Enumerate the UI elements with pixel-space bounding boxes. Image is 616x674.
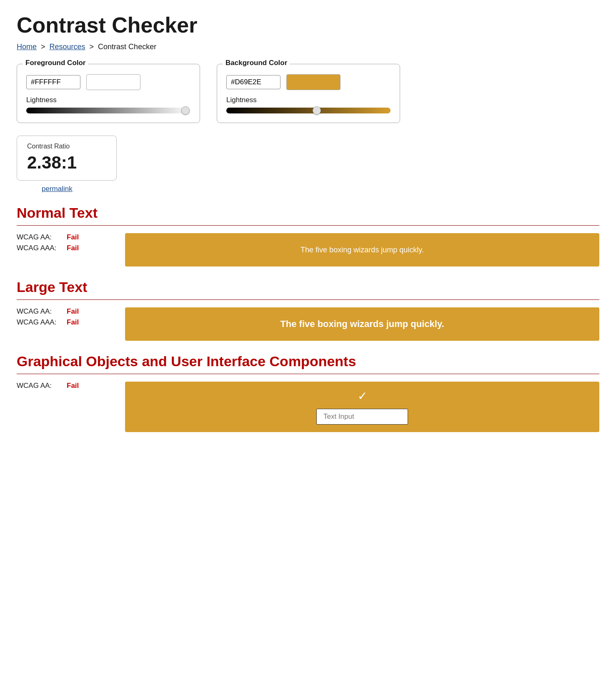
normal-wcag-aa-line: WCAG AA: Fail (17, 233, 125, 241)
contrast-ratio-label: Contrast Ratio (27, 143, 106, 150)
contrast-ratio-box: Contrast Ratio 2.38:1 (17, 136, 117, 181)
large-text-title: Large Text (17, 279, 599, 295)
graphical-divider (17, 374, 599, 374)
graphical-preview: ✓ (125, 382, 599, 432)
background-color-box: Background Color Lightness (217, 64, 400, 123)
normal-wcag-aaa-line: WCAG AAA: Fail (17, 244, 125, 252)
color-inputs-row: Foreground Color Lightness Background Co… (17, 64, 599, 123)
graphical-section: Graphical Objects and User Interface Com… (17, 353, 599, 432)
breadcrumb: Home > Resources > Contrast Checker (17, 43, 599, 51)
foreground-input-row (26, 74, 190, 90)
background-slider-thumb[interactable] (313, 106, 321, 115)
graphical-wcag-aa-line: WCAG AA: Fail (17, 382, 125, 390)
graphical-wcag-row: WCAG AA: Fail ✓ (17, 382, 599, 432)
large-text-wcag-labels: WCAG AA: Fail WCAG AAA: Fail (17, 307, 125, 329)
foreground-lightness-label: Lightness (26, 96, 190, 104)
page-title: Contrast Checker (17, 13, 599, 38)
breadcrumb-home[interactable]: Home (17, 43, 37, 51)
normal-wcag-aa-result: Fail (67, 233, 79, 241)
large-wcag-aaa-line: WCAG AAA: Fail (17, 318, 125, 327)
checkmark-icon: ✓ (358, 389, 367, 403)
large-text-divider (17, 299, 599, 300)
large-wcag-aa-result: Fail (67, 307, 79, 316)
graphical-wcag-aa-key: WCAG AA: (17, 382, 63, 390)
contrast-ratio-value: 2.38:1 (27, 153, 106, 173)
graphical-wcag-aa-result: Fail (67, 382, 79, 390)
background-hex-input[interactable] (226, 75, 280, 89)
large-wcag-aaa-key: WCAG AAA: (17, 318, 63, 327)
breadcrumb-resources[interactable]: Resources (50, 43, 85, 51)
large-wcag-aa-line: WCAG AA: Fail (17, 307, 125, 316)
graphical-wcag-labels: WCAG AA: Fail (17, 382, 125, 392)
normal-text-preview-text: The five boxing wizards jump quickly. (300, 246, 424, 254)
normal-wcag-aaa-key: WCAG AAA: (17, 244, 63, 252)
normal-text-preview: The five boxing wizards jump quickly. (125, 233, 599, 267)
background-input-row (226, 74, 391, 90)
permalink-link[interactable]: permalink (42, 185, 73, 193)
foreground-legend: Foreground Color (23, 59, 88, 67)
foreground-color-box: Foreground Color Lightness (17, 64, 200, 123)
graphical-text-input[interactable] (316, 409, 408, 425)
graphical-title: Graphical Objects and User Interface Com… (17, 353, 599, 370)
background-swatch[interactable] (286, 74, 341, 90)
large-text-section: Large Text WCAG AA: Fail WCAG AAA: Fail … (17, 279, 599, 341)
foreground-slider-thumb[interactable] (181, 106, 190, 115)
background-slider[interactable] (226, 108, 391, 113)
normal-text-divider (17, 225, 599, 226)
normal-wcag-aa-key: WCAG AA: (17, 233, 63, 241)
foreground-swatch[interactable] (86, 74, 140, 90)
normal-text-wcag-row: WCAG AA: Fail WCAG AAA: Fail The five bo… (17, 233, 599, 267)
normal-text-section: Normal Text WCAG AA: Fail WCAG AAA: Fail… (17, 205, 599, 267)
large-wcag-aaa-result: Fail (67, 318, 79, 327)
large-text-preview-text: The five boxing wizards jump quickly. (280, 319, 444, 329)
breadcrumb-current: Contrast Checker (98, 43, 156, 51)
normal-wcag-aaa-result: Fail (67, 244, 79, 252)
background-lightness-label: Lightness (226, 96, 391, 104)
background-legend: Background Color (223, 59, 290, 67)
normal-text-wcag-labels: WCAG AA: Fail WCAG AAA: Fail (17, 233, 125, 255)
foreground-hex-input[interactable] (26, 75, 80, 89)
large-text-wcag-row: WCAG AA: Fail WCAG AAA: Fail The five bo… (17, 307, 599, 341)
foreground-slider[interactable] (26, 108, 190, 113)
normal-text-title: Normal Text (17, 205, 599, 221)
large-text-preview: The five boxing wizards jump quickly. (125, 307, 599, 341)
large-wcag-aa-key: WCAG AA: (17, 307, 63, 316)
